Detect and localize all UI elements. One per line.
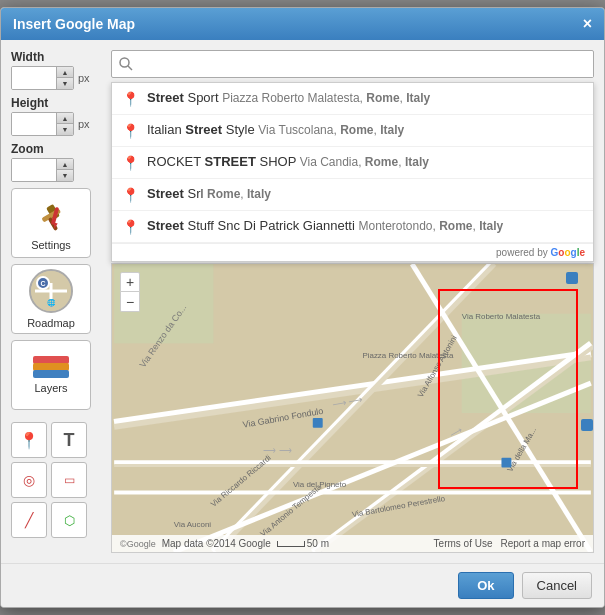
svg-text:Via Auconi: Via Auconi: [174, 520, 212, 529]
svg-text:Via Roberto Malatesta: Via Roberto Malatesta: [462, 312, 541, 321]
svg-line-6: [128, 66, 132, 70]
roadmap-tool[interactable]: C 🌐 Roadmap: [11, 264, 91, 334]
powered-by: powered by Google: [112, 243, 593, 261]
settings-tool[interactable]: Settings: [11, 188, 91, 258]
zoom-field-group: Zoom 17 ▲ ▼: [11, 142, 101, 182]
terms-link[interactable]: Terms of Use: [434, 538, 493, 549]
pin-icon: 📍: [122, 91, 139, 107]
layers-tool-label: Layers: [34, 382, 67, 394]
cancel-button[interactable]: Cancel: [522, 572, 592, 599]
autocomplete-item[interactable]: 📍 ROCKET STREET SHOP Via Candia, Rome, I…: [112, 147, 593, 179]
map-footer: ©Google Map data ©2014 Google 50 m Terms…: [112, 535, 593, 552]
pin-icon: 📍: [122, 155, 139, 171]
report-link[interactable]: Report a map error: [501, 538, 585, 549]
settings-tool-label: Settings: [31, 239, 71, 251]
map-area: ⟶ ⟶ ⟶ ⟶ ⟶ Via Renzo da Co... Via Gabrino…: [111, 263, 594, 553]
search-bar: Italy Rome Street S: [111, 50, 594, 78]
width-label: Width: [11, 50, 101, 64]
map-corner-dot-right: [581, 419, 593, 431]
zoom-increment-button[interactable]: ▲: [57, 159, 73, 170]
autocomplete-item[interactable]: 📍 Street Sport Piazza Roberto Malatesta,…: [112, 83, 593, 115]
google-logo: ©Google: [120, 539, 156, 549]
dialog-body: Width 400 ▲ ▼ px Height: [1, 40, 604, 563]
pin-tool-button[interactable]: 📍: [11, 422, 47, 458]
width-decrement-button[interactable]: ▼: [57, 78, 73, 89]
dialog-title: Insert Google Map: [13, 16, 135, 32]
autocomplete-item-text: ROCKET STREET SHOP Via Candia, Rome, Ita…: [147, 154, 429, 169]
dialog-footer: Ok Cancel: [1, 563, 604, 607]
height-spinner-buttons: ▲ ▼: [56, 113, 73, 135]
layers-tool[interactable]: Layers: [11, 340, 91, 410]
roadmap-icon: C 🌐: [29, 269, 73, 313]
bottom-tools: 📍 T ◎ ▭ ╱ ⬡: [11, 416, 101, 540]
roadmap-tool-label: Roadmap: [27, 317, 75, 329]
text-tool-button[interactable]: T: [51, 422, 87, 458]
svg-text:⟶ ⟶: ⟶ ⟶: [263, 445, 291, 455]
map-footer-left: ©Google Map data ©2014 Google 50 m: [120, 538, 329, 549]
autocomplete-item-text: Street Sport Piazza Roberto Malatesta, R…: [147, 90, 430, 105]
svg-rect-37: [501, 458, 511, 468]
autocomplete-item-text: Street Stuff Snc Di Patrick Giannetti Mo…: [147, 218, 503, 233]
rect-tool-button[interactable]: ▭: [51, 462, 87, 498]
zoom-input-row: 17 ▲ ▼: [11, 158, 101, 182]
polygon-tool-button[interactable]: ⬡: [51, 502, 87, 538]
height-increment-button[interactable]: ▲: [57, 113, 73, 124]
width-spinner: 400 ▲ ▼: [11, 66, 74, 90]
zoom-in-button[interactable]: +: [120, 272, 140, 292]
width-spinner-buttons: ▲ ▼: [56, 67, 73, 89]
map-zoom-controls: + −: [120, 272, 140, 312]
svg-point-5: [120, 58, 129, 67]
left-panel: Width 400 ▲ ▼ px Height: [11, 50, 101, 553]
close-button[interactable]: ×: [583, 16, 592, 32]
autocomplete-item-text: Italian Street Style Via Tuscolana, Rome…: [147, 122, 404, 137]
height-input-row: 320 ▲ ▼ px: [11, 112, 101, 136]
zoom-spinner-buttons: ▲ ▼: [56, 159, 73, 181]
dialog-header: Insert Google Map ×: [1, 8, 604, 40]
pin-icon: 📍: [122, 123, 139, 139]
height-label: Height: [11, 96, 101, 110]
height-decrement-button[interactable]: ▼: [57, 124, 73, 135]
autocomplete-item-text: Street Srl Rome, Italy: [147, 186, 271, 201]
map-footer-right: Terms of Use Report a map error: [434, 538, 585, 549]
right-panel: Italy Rome Street S 📍 Street Sport Piazz…: [111, 50, 594, 553]
autocomplete-item[interactable]: 📍 Street Stuff Snc Di Patrick Giannetti …: [112, 211, 593, 243]
search-input[interactable]: Italy Rome Street S: [140, 52, 593, 77]
width-field-group: Width 400 ▲ ▼ px: [11, 50, 101, 90]
zoom-decrement-button[interactable]: ▼: [57, 170, 73, 181]
width-increment-button[interactable]: ▲: [57, 67, 73, 78]
zoom-out-button[interactable]: −: [120, 292, 140, 312]
scale-line: 50 m: [277, 538, 329, 549]
pin-icon: 📍: [122, 187, 139, 203]
pin-icon: 📍: [122, 219, 139, 235]
autocomplete-dropdown: 📍 Street Sport Piazza Roberto Malatesta,…: [111, 82, 594, 262]
width-px-label: px: [78, 72, 90, 84]
insert-google-map-dialog: Insert Google Map × Width 400 ▲ ▼ px: [0, 7, 605, 608]
map-corner-dot-top: [566, 272, 578, 284]
zoom-spinner: 17 ▲ ▼: [11, 158, 74, 182]
height-field-group: Height 320 ▲ ▼ px: [11, 96, 101, 136]
map-svg: ⟶ ⟶ ⟶ ⟶ ⟶ Via Renzo da Co... Via Gabrino…: [112, 264, 593, 552]
map-data-label: Map data ©2014 Google: [162, 538, 271, 549]
search-icon-wrap: [112, 51, 140, 77]
autocomplete-item[interactable]: 📍 Italian Street Style Via Tuscolana, Ro…: [112, 115, 593, 147]
circle-tool-button[interactable]: ◎: [11, 462, 47, 498]
height-input[interactable]: 320: [12, 113, 56, 135]
search-icon: [118, 56, 134, 72]
height-spinner: 320 ▲ ▼: [11, 112, 74, 136]
svg-rect-36: [313, 418, 323, 428]
width-input-row: 400 ▲ ▼ px: [11, 66, 101, 90]
layers-icon: [33, 356, 69, 378]
settings-icon: [31, 195, 71, 235]
zoom-input[interactable]: 17: [12, 159, 56, 181]
autocomplete-item[interactable]: 📍 Street Srl Rome, Italy: [112, 179, 593, 211]
line-tool-button[interactable]: ╱: [11, 502, 47, 538]
zoom-label: Zoom: [11, 142, 101, 156]
height-px-label: px: [78, 118, 90, 130]
ok-button[interactable]: Ok: [458, 572, 513, 599]
width-input[interactable]: 400: [12, 67, 56, 89]
